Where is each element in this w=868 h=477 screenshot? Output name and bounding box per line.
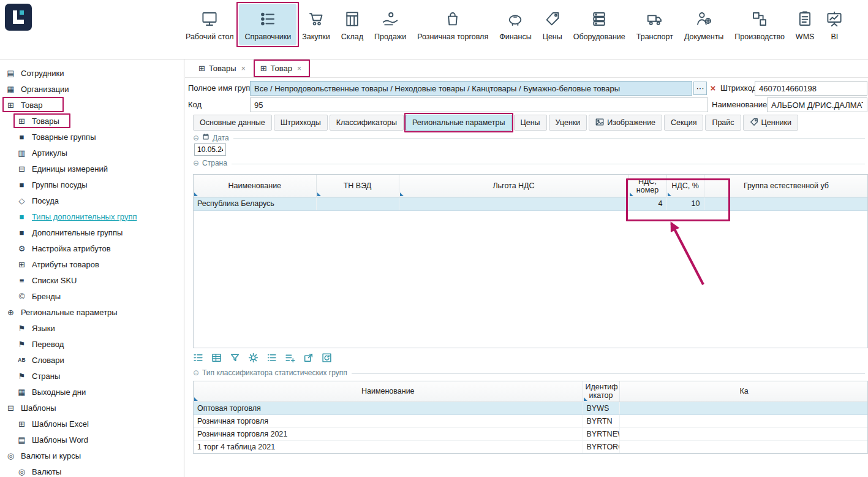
settings-gear-icon[interactable] — [248, 353, 259, 363]
column-header-vat-benefit[interactable]: Льгота НДС — [399, 175, 628, 197]
sidebar-item-product[interactable]: ⊞ Товар — [0, 97, 184, 113]
column-header-vat-percent[interactable]: НДС, % — [666, 175, 704, 197]
toolbar-item-bi[interactable]: BI — [820, 4, 849, 45]
column-header-ka[interactable]: Ка — [619, 381, 868, 402]
sidebar-item-product-groups[interactable]: ■ Товарные группы — [0, 129, 184, 145]
sidebar-item-templates-word[interactable]: ▤ Шаблоны Word — [0, 432, 184, 448]
sidebar-item-countries[interactable]: ⚑ Страны — [0, 368, 184, 384]
tab-main-data[interactable]: Основные данные — [193, 115, 272, 131]
tab-classifiers[interactable]: Классификаторы — [330, 115, 404, 131]
sidebar-item-templates-excel[interactable]: ⊞ Шаблоны Excel — [0, 416, 184, 432]
toolbar-item-equipment[interactable]: Оборудование — [568, 4, 631, 45]
list-icon: ≡ — [17, 276, 27, 285]
toolbar-item-desktop[interactable]: Рабочий стол — [180, 4, 239, 45]
toolbar-item-production[interactable]: Производство — [729, 4, 790, 45]
tab-regional-params[interactable]: Региональные параметры — [406, 115, 512, 131]
document-icon: ▤ — [17, 435, 27, 445]
group-name-input[interactable] — [250, 81, 692, 96]
doc-tab-products[interactable]: ⊞ Товары × — [194, 61, 251, 75]
name-input[interactable] — [767, 97, 867, 112]
sidebar-item-organizations[interactable]: ▦ Организации — [0, 81, 184, 97]
group-picker-button[interactable]: ··· — [693, 82, 707, 95]
form-row-group: Полное имя группы ··· × Штрихкод — [185, 81, 868, 96]
tab-image[interactable]: Изображение — [589, 115, 662, 131]
sidebar-item-products[interactable]: ⊞ Товары — [0, 113, 184, 129]
view-grid-icon[interactable] — [211, 353, 222, 363]
sidebar-item-articles[interactable]: ▥ Артикулы — [0, 145, 184, 161]
barcode-label: Штрихкод — [720, 83, 757, 93]
toolbar-item-retail[interactable]: Розничная торговля — [412, 4, 494, 45]
add-row-icon[interactable] — [285, 353, 295, 363]
close-icon[interactable]: × — [297, 64, 301, 73]
toolbar-item-prices[interactable]: Цены — [537, 4, 568, 45]
sidebar-item-additional-group-types[interactable]: ■ Типы дополнительных групп — [0, 208, 184, 224]
sidebar-item-holidays[interactable]: ▦ Выходные дни — [0, 384, 184, 400]
classifier-group-title: Тип классификатора статистических групп — [202, 368, 347, 377]
toolbar-item-finance[interactable]: Финансы — [494, 4, 537, 45]
column-header-identifier[interactable]: Идентиф икатор — [583, 381, 619, 402]
collapse-icon[interactable]: ⊖ — [193, 134, 199, 142]
sidebar-item-translation[interactable]: ⚑ Перевод — [0, 336, 184, 352]
open-external-icon[interactable] — [303, 353, 314, 363]
refresh-icon[interactable] — [322, 353, 332, 363]
sidebar-item-templates[interactable]: ⊟ Шаблоны — [0, 400, 184, 416]
column-header-name[interactable]: Наименование — [194, 175, 316, 197]
tab-prices[interactable]: Цены — [514, 115, 547, 131]
barcode-input[interactable] — [755, 81, 867, 96]
group-clear-button[interactable]: × — [708, 82, 719, 95]
sidebar-item-dictionaries[interactable]: АВ Словари — [0, 352, 184, 368]
sidebar-item-additional-groups[interactable]: ■ Дополнительные группы — [0, 224, 184, 240]
sidebar-item-units[interactable]: ⊟ Единицы измерений — [0, 161, 184, 177]
app-logo-icon[interactable] — [5, 4, 32, 31]
toolbar-item-sales[interactable]: Продажи — [369, 4, 412, 45]
column-header-tnved[interactable]: ТН ВЭД — [316, 175, 399, 197]
toolbar-item-warehouse[interactable]: Склад — [336, 4, 369, 45]
view-list-icon[interactable] — [193, 353, 203, 363]
toolbar-item-wms[interactable]: WMS — [790, 4, 820, 45]
toolbar-item-label: Розничная торговля — [417, 32, 488, 41]
doc-tab-product[interactable]: ⊞ Товар × — [255, 61, 306, 75]
sidebar-item-regional-params[interactable]: ⊕ Региональные параметры — [0, 304, 184, 320]
code-input[interactable] — [250, 97, 708, 112]
sidebar-item-dish-groups[interactable]: ■ Группы посуды — [0, 177, 184, 193]
navigation-sidebar: ▤ Сотрудники ▦ Организации ⊞ Товар ⊞ Тов… — [0, 59, 184, 477]
table-row[interactable]: 1 торг 4 таблица 2021 BYRTORG — [194, 440, 868, 453]
tab-section[interactable]: Секция — [664, 115, 703, 131]
table-row[interactable]: Розничная торговля BYRTN — [194, 414, 868, 427]
close-icon[interactable]: × — [241, 64, 246, 73]
numbered-list-icon[interactable] — [266, 353, 277, 363]
date-input[interactable] — [194, 143, 226, 156]
sidebar-item-attribute-settings[interactable]: ⚙ Настройка атрибутов — [0, 240, 184, 256]
sidebar-item-currencies[interactable]: ◎ Валюты — [0, 464, 184, 477]
sidebar-item-languages[interactable]: ⚑ Языки — [0, 320, 184, 336]
toolbar-item-documents[interactable]: Документы — [679, 4, 729, 45]
tab-barcodes[interactable]: Штрихкоды — [274, 115, 328, 131]
briefcase-icon: ■ — [17, 132, 27, 142]
table-row[interactable]: Республика Беларусь 4 10 — [194, 197, 868, 210]
sidebar-item-product-attributes[interactable]: ⊞ Атрибуты товаров — [0, 256, 184, 272]
toolbar-item-transport[interactable]: Транспорт — [631, 4, 679, 45]
table-row[interactable]: Розничная торговля 2021 BYRTNEW — [194, 427, 868, 440]
column-header-vat-number[interactable]: НДС, номер — [628, 175, 666, 197]
column-header-name[interactable]: Наименование — [194, 381, 583, 402]
image-icon — [595, 118, 604, 128]
classifier-group: ⊖ Тип классификатора статистических груп… — [193, 373, 865, 465]
filter-icon[interactable] — [230, 353, 240, 363]
table-row[interactable]: Оптовая торговля BYWS — [194, 402, 868, 414]
sidebar-item-dishes[interactable]: ◇ Посуда — [0, 193, 184, 208]
collapse-icon[interactable]: ⊖ — [193, 368, 199, 377]
sidebar-item-brands[interactable]: © Бренды — [0, 288, 184, 304]
tab-pricelist[interactable]: Прайс — [705, 115, 741, 131]
toolbar-item-purchases[interactable]: Закупки — [296, 4, 336, 45]
collapse-icon[interactable]: ⊖ — [193, 159, 199, 167]
sidebar-item-currencies-rates[interactable]: ◎ Валюты и курсы — [0, 448, 184, 464]
hand-coin-icon — [381, 9, 399, 29]
tab-markdowns[interactable]: Уценки — [549, 115, 587, 131]
cell-vat-number: 4 — [628, 197, 666, 210]
toolbar-item-references[interactable]: Справочники — [239, 4, 296, 45]
tab-price-tags[interactable]: Ценники — [743, 115, 798, 131]
column-header-natural-loss-group[interactable]: Группа естественной уб — [704, 175, 868, 197]
book-icon: ▤ — [6, 69, 16, 78]
sidebar-item-sku-lists[interactable]: ≡ Списки SKU — [0, 272, 184, 288]
sidebar-item-employees[interactable]: ▤ Сотрудники — [0, 65, 184, 81]
